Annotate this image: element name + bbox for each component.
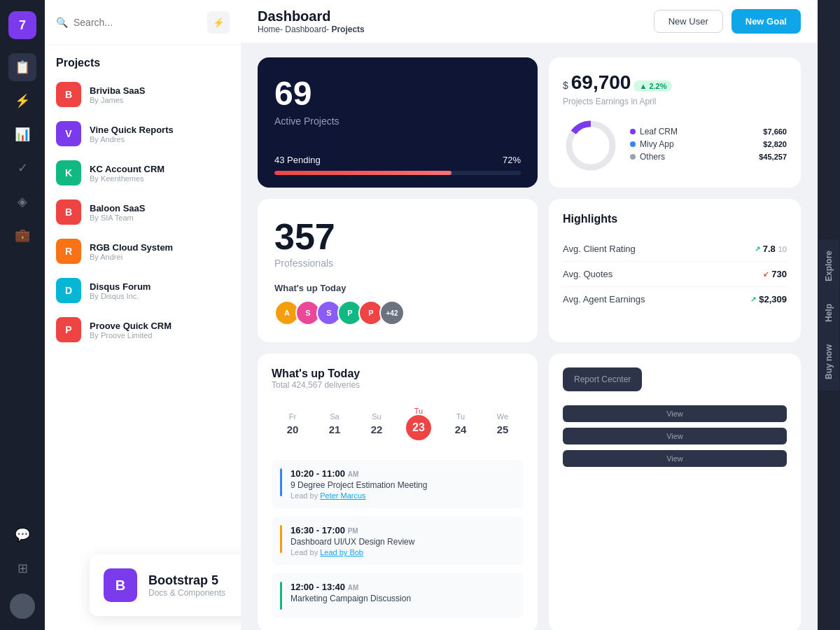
legend-name-mivy: Mivy App: [640, 139, 759, 149]
progress-fill: [274, 171, 451, 175]
cal-dayname-fr: Fr: [274, 412, 311, 421]
event-lead-0: Lead by Peter Marcus: [290, 491, 427, 500]
search-icon: 🔍: [56, 17, 68, 28]
project-logo-rgb: R: [56, 239, 81, 264]
cal-day-22[interactable]: Su 22: [356, 407, 398, 441]
search-input[interactable]: [74, 17, 202, 28]
cal-dayname-su: Su: [358, 412, 395, 421]
sidebar-icon-apps[interactable]: ⚡: [8, 87, 36, 115]
search-bar: 🔍 ⚡: [45, 0, 241, 46]
project-list: B Briviba SaaS By James V Vine Quick Rep…: [45, 75, 241, 630]
highlight-label-quotes: Avg. Quotes: [563, 269, 612, 279]
legend-value-leaf: $7,660: [763, 127, 787, 136]
earnings-subtitle: Projects Earnings in April: [563, 97, 787, 106]
cal-dayname-tu2: Tu: [442, 412, 479, 421]
sidebar-tab-help[interactable]: Help: [818, 293, 839, 333]
event-item-0: 10:20 - 11:00 AM 9 Degree Project Estima…: [272, 460, 524, 508]
new-user-button[interactable]: New User: [654, 10, 723, 33]
event-details-0: 10:20 - 11:00 AM 9 Degree Project Estima…: [290, 468, 427, 500]
report-center-button[interactable]: Report Cecnter: [563, 368, 642, 391]
legend-dot-others: [630, 154, 636, 160]
professionals-number: 357: [274, 216, 521, 258]
project-item-rgb[interactable]: R RGB Cloud System By Andrei: [45, 232, 241, 271]
sidebar-tab-explore[interactable]: Explore: [818, 239, 839, 293]
bootstrap-icon: B: [104, 568, 137, 602]
highlights-card: Highlights Avg. Client Rating ↗ 7.8 10 A…: [549, 199, 801, 342]
new-goal-button[interactable]: New Goal: [732, 9, 801, 34]
sidebar-icon-layers[interactable]: ◈: [8, 188, 36, 216]
dashboard: 69 Active Projects 43 Pending 72% $ 69,7…: [241, 43, 818, 630]
bootstrap-card: B Bootstrap 5 Docs & Components: [90, 554, 241, 616]
project-by-rgb: By Andrei: [90, 253, 173, 261]
project-item-vine[interactable]: V Vine Quick Reports By Andres: [45, 114, 241, 153]
sidebar-icon-charts[interactable]: 📊: [8, 120, 36, 148]
highlight-value-rating: ↗ 7.8 10: [755, 244, 787, 254]
user-badge[interactable]: 7: [8, 11, 36, 39]
pending-label: 43 Pending: [274, 155, 321, 165]
cal-day-20[interactable]: Fr 20: [272, 407, 314, 441]
down-arrow-quotes: ↙: [763, 270, 769, 278]
sidebar-icon-grid[interactable]: ⊞: [8, 554, 36, 582]
project-item-baloon[interactable]: B Baloon SaaS By SIA Team: [45, 192, 241, 232]
legend-dot-leaf: [630, 129, 636, 134]
project-logo-disqus: D: [56, 278, 81, 303]
earnings-badge: ▲ 2.2%: [634, 80, 672, 92]
cal-dayname-sa: Sa: [316, 412, 353, 421]
header: Dashboard Home- Dashboard- Projects New …: [241, 0, 818, 43]
event-bar-1: [280, 525, 282, 553]
up-arrow-earnings: ↗: [750, 295, 756, 303]
cal-daynum-23-circle: 23: [406, 415, 431, 440]
left-sidebar: 7 📋 ⚡ 📊 ✓ ◈ 💼 💬 ⊞: [0, 0, 45, 630]
whatsup-subtitle: Total 424,567 deliveries: [272, 380, 524, 390]
event-person-0[interactable]: Peter Marcus: [320, 491, 365, 500]
project-name-vine: Vine Quick Reports: [90, 125, 174, 135]
sidebar-icon-dashboard[interactable]: 📋: [8, 53, 36, 81]
project-item-kc[interactable]: K KC Account CRM By Keenthemes: [45, 153, 241, 192]
view-button-2[interactable]: View: [563, 428, 787, 444]
user-avatar[interactable]: [10, 594, 35, 619]
project-item-proove[interactable]: P Proove Quick CRM By Proove Limited: [45, 310, 241, 349]
calendar-days: Fr 20 Sa 21 Su 22 Tu 23 Tu 24: [272, 401, 524, 446]
bootstrap-title: Bootstrap 5: [148, 573, 225, 588]
sidebar-icon-messages[interactable]: 💬: [8, 521, 36, 549]
active-projects-number: 69: [274, 74, 521, 113]
project-item-briviba[interactable]: B Briviba SaaS By James: [45, 75, 241, 114]
legend-item-mivy: Mivy App $2,820: [630, 139, 787, 149]
highlights-title: Highlights: [563, 213, 787, 225]
earnings-card: $ 69,700 ▲ 2.2% Projects Earnings in Apr…: [549, 57, 801, 188]
cal-daynum-22: 22: [358, 424, 395, 435]
cal-day-25[interactable]: We 25: [482, 407, 524, 441]
sidebar-icon-tasks[interactable]: ✓: [8, 154, 36, 182]
cal-day-23[interactable]: Tu 23: [398, 401, 440, 446]
project-name-briviba: Briviba SaaS: [90, 85, 146, 96]
project-logo-vine: V: [56, 121, 81, 146]
cal-daynum-21: 21: [316, 424, 353, 435]
project-by-proove: By Proove Limited: [90, 331, 172, 340]
sidebar-icon-work[interactable]: 💼: [8, 221, 36, 249]
cal-daynum-25: 25: [484, 424, 521, 435]
project-logo-proove: P: [56, 317, 81, 342]
cal-day-24[interactable]: Tu 24: [440, 407, 482, 441]
sidebar-tab-buynow[interactable]: Buy now: [818, 333, 839, 391]
project-logo-kc: K: [56, 160, 81, 186]
cal-day-21[interactable]: Sa 21: [314, 407, 356, 441]
event-person-1[interactable]: Lead by Bob: [320, 548, 363, 556]
projects-title: Projects: [45, 46, 241, 75]
view-button-1[interactable]: View: [563, 405, 787, 422]
filter-button[interactable]: ⚡: [207, 11, 230, 34]
right-sidebar: Explore Help Buy now: [818, 0, 840, 630]
project-name-rgb: RGB Cloud System: [90, 242, 173, 253]
project-name-baloon: Baloon SaaS: [90, 203, 145, 214]
up-arrow-rating: ↗: [755, 245, 760, 253]
project-item-disqus[interactable]: D Disqus Forum By Disqus Inc.: [45, 271, 241, 310]
breadcrumb-current: Projects: [331, 24, 364, 34]
view-button-3[interactable]: View: [563, 450, 787, 467]
pending-row: 43 Pending 72%: [274, 155, 521, 165]
event-title-1: Dashboard UI/UX Design Review: [290, 537, 414, 547]
highlight-label-earnings: Avg. Agent Earnings: [563, 294, 645, 304]
event-title-2: Marketing Campaign Discussion: [290, 594, 411, 603]
legend-item-leaf: Leaf CRM $7,660: [630, 127, 787, 136]
event-bar-2: [280, 582, 282, 610]
professionals-label: Professionals: [274, 258, 521, 269]
active-projects-card: 69 Active Projects 43 Pending 72%: [258, 57, 538, 188]
